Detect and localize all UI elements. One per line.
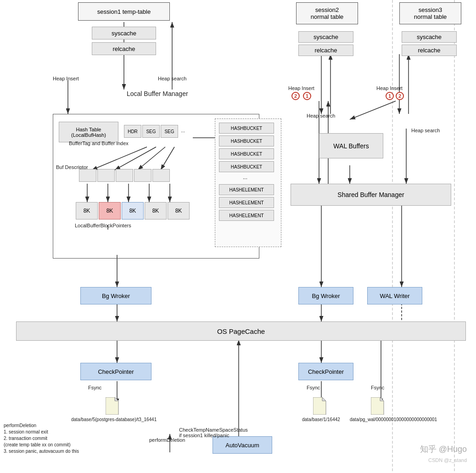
svg-line-41 (350, 101, 396, 119)
hashelement-1: HASHELEMENT (219, 184, 274, 195)
file-icon-wal (371, 397, 386, 415)
dots-label: ... (181, 128, 185, 133)
buf-desc-2 (97, 169, 115, 182)
bg-worker-left: Bg Wroker (80, 287, 151, 304)
session2-normal-table: session2 normal table (296, 2, 358, 24)
hash-table-box: Hash Table (LocalBufHash) (59, 122, 118, 142)
watermark-zhihu: 知乎 @Hugo (420, 444, 467, 455)
syscache-right: syscache (402, 31, 457, 43)
hashelement-3: HASHELEMENT (219, 210, 274, 221)
circle-1-mid: 1 (386, 92, 394, 100)
hashbucket-4: HASHBUCKET (219, 161, 274, 172)
file3-label: data/pg_wal/000000010000000000000001 (350, 417, 437, 422)
syscache-left: syscache (92, 27, 156, 39)
circle-2-left: 2 (291, 92, 300, 100)
svg-marker-47 (380, 397, 384, 401)
file2-label: data/base/1/16442 (302, 417, 340, 422)
relcache-mid: relcache (298, 45, 353, 56)
buf-tag-label: BufferTag and Buffer index (69, 141, 129, 146)
autovacuum: AutoVacuum (213, 436, 272, 454)
circle-2-mid: 2 (396, 92, 404, 100)
block-8k-2: 8K (99, 202, 121, 220)
local-buffer-manager-label: Local Buffer Manager (127, 90, 188, 97)
fsync-mid-label: Fsync (307, 385, 320, 390)
circle-1-left: 1 (303, 92, 311, 100)
block-8k-1: 8K (76, 202, 98, 220)
checkpointer-left: CheckPointer (80, 363, 151, 380)
diagram: session1 temp-table syscache relcache He… (0, 0, 476, 473)
file-icon-left (106, 397, 120, 415)
heap-search-label-mid: Heap search (307, 113, 335, 118)
bg-worker-right: Bg Wroker (298, 287, 353, 304)
shared-buffer-manager: Shared Buffer Manager (291, 184, 451, 206)
svg-marker-45 (322, 397, 326, 401)
block-8k-4: 8K (145, 202, 167, 220)
heap-insert-label-right: Heap Insert (376, 85, 403, 91)
hashelement-2: HASHELEMENT (219, 197, 274, 208)
seg1-box: SEG (142, 125, 160, 138)
heap-insert-label-mid: Heap Insert (288, 85, 314, 91)
fsync-right-label: Fsync (371, 385, 384, 390)
dots2-label: ... (243, 174, 308, 180)
perform-deletion-right-label: performDeletion (149, 437, 185, 443)
seg2-box: SEG (161, 125, 178, 138)
wal-buffers: WAL Buffers (319, 133, 383, 158)
block-8k-5: 8K (168, 202, 190, 220)
hdr-box: HDR (124, 125, 141, 138)
session1-temp-table: session1 temp-table (78, 2, 170, 21)
fsync-left-label: Fsync (88, 385, 101, 390)
hashbucket-2: HASHBUCKET (219, 135, 274, 146)
heap-insert-label-left: Heap Insert (53, 76, 79, 81)
block-8k-3: 8K (122, 202, 144, 220)
buf-desc-5 (152, 169, 170, 182)
buf-desc-4 (134, 169, 151, 182)
file-icon-right (313, 397, 328, 415)
syscache-mid: syscache (298, 31, 353, 43)
session3-normal-table: session3 normal table (399, 2, 461, 24)
check-temp-ns-label: CheckTempNameSpaceStatus if session1 kil… (179, 427, 248, 438)
file1-label: data/base/5(postgres-database)/t3_16441 (71, 417, 157, 422)
svg-marker-43 (115, 397, 118, 401)
hashbucket-3: HASHBUCKET (219, 148, 274, 159)
hashbucket-1: HASHBUCKET (219, 123, 274, 134)
relcache-left: relcache (92, 42, 156, 55)
autovacuum-note-label: performDeletion 1. session normal exit 2… (4, 422, 79, 455)
hashbucket-container: HASHBUCKET HASHBUCKET HASHBUCKET HASHBUC… (215, 118, 281, 247)
watermark-csdn: CSDN @z_stand (428, 457, 467, 463)
heap-search-label-right: Heap search (411, 128, 440, 133)
os-page-cache: OS PageCache (16, 321, 466, 341)
wal-writer: WAL Writer (367, 287, 422, 304)
checkpointer-right: CheckPointer (298, 363, 353, 380)
relcache-right: relcache (402, 45, 457, 56)
buf-desc-1 (79, 169, 96, 182)
local-buffer-block-pointers-label: LocalBufferBlockPointers (75, 223, 131, 228)
heap-search-label-left: Heap search (158, 76, 186, 81)
buf-desc-3 (116, 169, 133, 182)
